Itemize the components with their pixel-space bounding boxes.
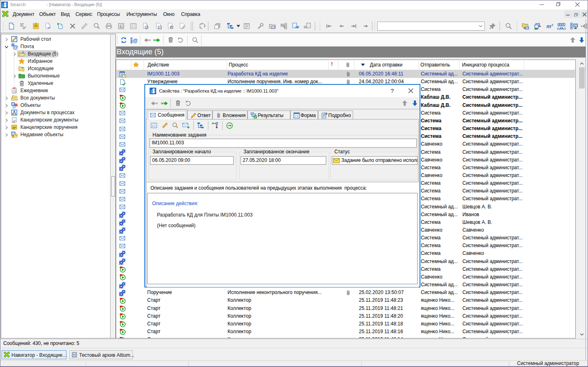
svg-text:@: @ bbox=[13, 44, 18, 50]
svg-text:2: 2 bbox=[551, 23, 553, 27]
svg-text:@: @ bbox=[133, 38, 138, 44]
svg-text:m: m bbox=[546, 23, 551, 29]
